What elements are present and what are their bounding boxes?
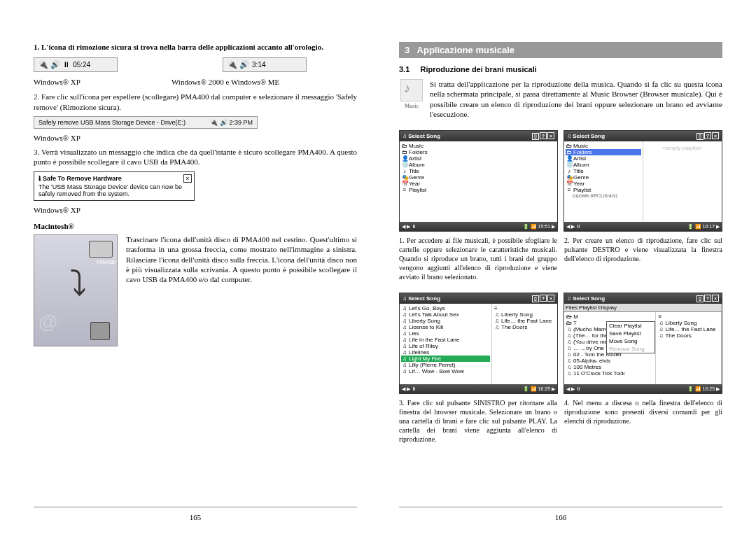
app-description-row: Music Si tratta dell'applicazione per la… xyxy=(399,79,722,123)
step-2: 2. Fare clic sull'icona per espellere (s… xyxy=(34,92,357,112)
window-buttons[interactable]: ▯?× xyxy=(696,132,719,140)
tray-row: 🔌 🔊 ⏸ 05:24 🔌 🔊 3:14 xyxy=(34,57,357,72)
page-right: 3 Applicazione musicale 3.1 Riproduzione… xyxy=(378,0,756,534)
status-icons: ◀ ▶ ⏸ xyxy=(402,224,416,230)
status-bar: ◀ ▶ ⏸🔋 📶 16:17 ▶ xyxy=(564,222,722,231)
tray-icons-2k: 🔌 🔊 xyxy=(227,60,249,69)
window-buttons[interactable]: ▯?× xyxy=(531,295,554,302)
status-bar: ◀ ▶ ⏸🔋 📶 16:25 ▶ xyxy=(564,384,722,393)
songlist-body: ♫Let's Go, Boys♫Let's Talk About Sex♫Lib… xyxy=(400,304,557,385)
close-icon[interactable]: × xyxy=(183,174,192,183)
browser-pane-left[interactable]: 🗁Music🗀Folders👤Artist💿Album♪Title🎭Genre📅… xyxy=(564,141,643,223)
caption-xp-2: Windows® XP xyxy=(34,133,357,143)
safe-remove-text: Safely remove USB Mass Storage Device - … xyxy=(38,119,186,126)
caption-2: 2. Per creare un elenco di riproduzione,… xyxy=(564,236,722,281)
at-icon: @ xyxy=(38,311,57,333)
playlist-pane[interactable]: ≡♫Liberty Song♫Life… the Fast Lane♫The D… xyxy=(492,304,557,385)
mac-row: PMA400 ⤵ @ Trascinare l'icona dell'unità… xyxy=(34,234,357,346)
status-icons: ◀ ▶ ⏸ xyxy=(566,386,581,392)
mac-screenshot: PMA400 ⤵ @ xyxy=(34,234,118,346)
trash-icon xyxy=(90,322,110,340)
window-title-icon: ♫ Select Song xyxy=(567,133,605,139)
caption-1: 1. Per accedere ai file musicali, è poss… xyxy=(399,236,557,281)
status-time: 🔋 📶 16:25 ▶ xyxy=(687,386,720,392)
tray-icons-xp: 🔌 🔊 ⏸ xyxy=(38,60,70,69)
subsection-title: Riproduzione dei brani musicali xyxy=(421,65,537,73)
popup-title: ℹSafe To Remove Hardware xyxy=(38,175,190,182)
context-menu[interactable]: Clear PlaylistSave PlaylistMove SongRemo… xyxy=(606,321,655,353)
window-title-icon: ♫ Select Song xyxy=(402,133,440,139)
status-time: 🔋 📶 15:51 ▶ xyxy=(523,224,555,230)
app-description: Si tratta dell'applicazione per la ripro… xyxy=(430,79,722,119)
tray-time-xp: 05:24 xyxy=(73,61,90,69)
page-left: 1. L'icona di rimozione sicura si trova … xyxy=(0,0,378,534)
screenshots-row-2: ♫ Select Song ▯?× ♫Let's Go, Boys♫Let's … xyxy=(399,293,722,394)
page-number-right: 166 xyxy=(399,513,722,521)
playlist-pane-empty[interactable]: <empty playlist> xyxy=(643,141,722,223)
window-titlebar: ♫ Select Song ▯?× xyxy=(564,131,722,141)
note-icon xyxy=(400,79,423,101)
safe-remove-time: 🔌 🔊 2:39 PM xyxy=(210,119,253,126)
step-1: 1. L'icona di rimozione sicura si trova … xyxy=(34,42,357,52)
footer-rule xyxy=(399,507,722,507)
music-icon-label: Music xyxy=(399,103,424,109)
popup-body: The 'USB Mass Storage Device' device can… xyxy=(38,183,190,197)
window-buttons[interactable]: ▯?× xyxy=(696,295,719,302)
screenshot-browser-2: ♫ Select Song ▯?× 🗁Music🗀Folders👤Artist💿… xyxy=(564,130,722,232)
window-buttons[interactable]: ▯?× xyxy=(531,132,554,140)
subsection-number: 3.1 xyxy=(399,65,410,73)
status-icons: ◀ ▶ ⏸ xyxy=(402,386,416,392)
window-title-icon: ♫ Select Song xyxy=(567,295,605,302)
screenshot-songlist: ♫ Select Song ▯?× ♫Let's Go, Boys♫Let's … xyxy=(399,293,558,394)
status-time: 🔋 📶 16:25 ▶ xyxy=(523,386,555,392)
footer-rule xyxy=(34,507,357,507)
screenshot-playlist-menu: ♫ Select Song ▯?× Files Playlist Display… xyxy=(564,293,722,394)
caption-2k: Windows® 2000 e Windows® ME xyxy=(172,78,279,86)
popup-safe-remove: × ℹSafe To Remove Hardware The 'USB Mass… xyxy=(34,171,195,201)
tab-row[interactable]: Files Playlist Display xyxy=(564,304,722,312)
window-titlebar: ♫ Select Song ▯?× xyxy=(400,131,557,141)
caption-row-1: Windows® XP Windows® 2000 e Windows® ME xyxy=(34,78,357,86)
tray-time-2k: 3:14 xyxy=(252,61,265,69)
songs-pane[interactable]: ♫Let's Go, Boys♫Let's Talk About Sex♫Lib… xyxy=(400,304,492,385)
section-title: Applicazione musicale xyxy=(417,45,514,55)
subsection-heading: 3.1 Riproduzione dei brani musicali xyxy=(399,65,722,73)
music-icon: Music xyxy=(399,79,424,123)
document-spread: 1. L'icona di rimozione sicura si trova … xyxy=(0,0,756,534)
section-number: 3 xyxy=(405,45,410,55)
safe-remove-bar: Safely remove USB Mass Storage Device - … xyxy=(34,116,258,129)
eject-arrow-icon: ⤵ xyxy=(69,263,87,304)
browser-pane[interactable]: 🗁Music🗀Folders👤Artist💿Album♪Title🎭Genre📅… xyxy=(400,141,557,223)
status-icons: ◀ ▶ ⏸ xyxy=(566,224,581,230)
mac-paragraph: Trascinare l'icona dell'unità disco di P… xyxy=(126,234,357,342)
captions-row-2: 3. Fare clic sul pulsante SINISTRO per r… xyxy=(399,398,722,448)
tray-xp: 🔌 🔊 ⏸ 05:24 xyxy=(34,57,118,72)
caption-3: 3. Fare clic sul pulsante SINISTRO per r… xyxy=(399,398,557,444)
screenshots-row-1: ♫ Select Song ▯?× 🗁Music🗀Folders👤Artist💿… xyxy=(399,130,722,232)
tray-2k: 🔌 🔊 3:14 xyxy=(223,57,307,72)
browser-body: 🗁Music🗀Folders👤Artist💿Album♪Title🎭Genre📅… xyxy=(564,141,722,223)
caption-xp: Windows® XP xyxy=(34,78,80,86)
browser-body: 🗁Music🗀Folders👤Artist💿Album♪Title🎭Genre📅… xyxy=(400,141,557,223)
disk-icon xyxy=(89,241,113,258)
section-bar: 3 Applicazione musicale xyxy=(399,42,722,58)
playlist-body: 🗁 M🗁 T♫(Mucho Mambo) Sway♫(The… for the … xyxy=(564,312,722,385)
caption-xp-3: Windows® XP xyxy=(34,205,357,215)
step-number: 1. L'icona di rimozione sicura si trova … xyxy=(34,43,323,51)
macintosh-heading: Macintosh® xyxy=(34,222,357,230)
playlist-pane-d[interactable]: ≡♫Liberty Song♫Life… the Fast Lane♫The D… xyxy=(656,312,722,385)
page-number-left: 165 xyxy=(34,513,357,521)
window-titlebar: ♫ Select Song ▯?× xyxy=(564,293,722,304)
info-icon: ℹ xyxy=(38,175,41,182)
window-titlebar: ♫ Select Song ▯?× xyxy=(400,293,557,304)
disk-label: PMA400 xyxy=(97,260,115,265)
step-3: 3. Verrà visualizzato un messaggio che i… xyxy=(34,147,357,167)
status-bar: ◀ ▶ ⏸🔋 📶 16:25 ▶ xyxy=(400,384,557,393)
window-title-icon: ♫ Select Song xyxy=(402,295,440,302)
captions-row-1: 1. Per accedere ai file musicali, è poss… xyxy=(399,236,722,286)
status-time: 🔋 📶 16:17 ▶ xyxy=(687,224,720,230)
screenshot-browser-1: ♫ Select Song ▯?× 🗁Music🗀Folders👤Artist💿… xyxy=(399,130,558,232)
caption-4: 4. Nel menu a discesa o nella finestra d… xyxy=(564,398,722,444)
status-bar: ◀ ▶ ⏸🔋 📶 15:51 ▶ xyxy=(400,222,557,231)
empty-playlist-label: <empty playlist> xyxy=(645,143,720,153)
